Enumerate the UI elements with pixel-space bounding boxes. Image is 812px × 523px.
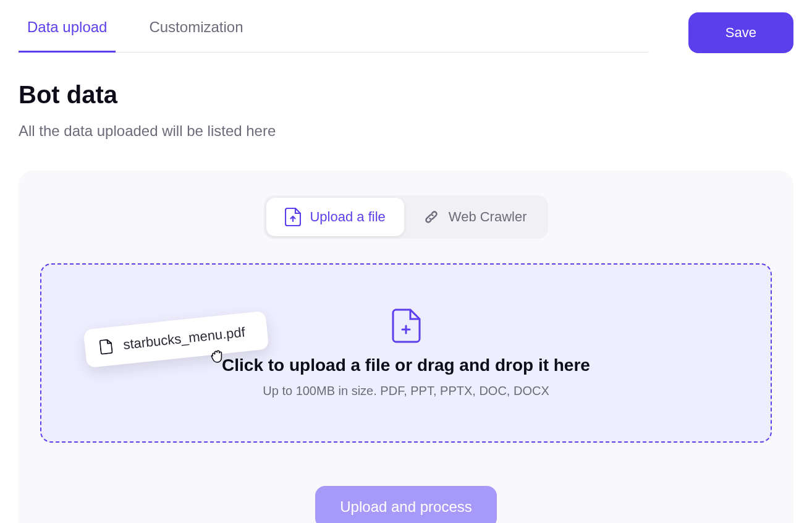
source-toggle: Upload a file Web Crawler — [264, 195, 548, 239]
file-upload-icon — [285, 208, 301, 226]
upload-card: Upload a file Web Crawler Click to upl — [19, 171, 793, 523]
upload-process-button[interactable]: Upload and process — [315, 486, 496, 523]
toggle-upload-file-label: Upload a file — [310, 209, 385, 225]
dropzone-title: Click to upload a file or drag and drop … — [222, 355, 590, 375]
toggle-web-crawler[interactable]: Web Crawler — [404, 198, 546, 236]
dragged-file-name: starbucks_menu.pdf — [122, 324, 246, 353]
dropzone-subtitle: Up to 100MB in size. PDF, PPT, PPTX, DOC… — [263, 384, 549, 398]
grab-cursor-icon — [209, 348, 226, 364]
file-icon — [99, 339, 112, 355]
file-dropzone[interactable]: Click to upload a file or drag and drop … — [40, 263, 772, 443]
page-subtitle: All the data uploaded will be listed her… — [19, 122, 793, 140]
toggle-upload-file[interactable]: Upload a file — [266, 198, 404, 236]
link-icon — [423, 208, 440, 226]
toggle-web-crawler-label: Web Crawler — [449, 209, 527, 225]
tab-data-upload[interactable]: Data upload — [19, 12, 116, 53]
save-button[interactable]: Save — [688, 12, 793, 53]
page-title: Bot data — [19, 81, 793, 109]
tab-bar: Data upload Customization — [19, 12, 649, 53]
file-add-icon — [391, 308, 421, 343]
tab-customization[interactable]: Customization — [140, 12, 252, 53]
